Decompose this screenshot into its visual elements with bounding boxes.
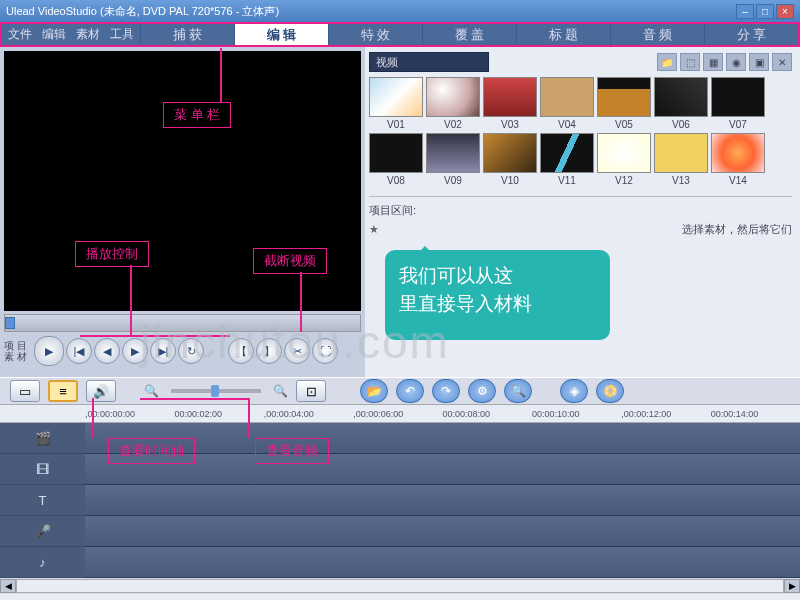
close-button[interactable]: × [776, 4, 794, 19]
app-title: Ulead VideoStudio (未命名, DVD PAL 720*576 … [6, 4, 279, 19]
time-ruler[interactable]: ,00:00:00:0000:00:02:00,00:00:04:00,00:0… [0, 405, 800, 423]
delete-icon[interactable]: ✕ [772, 53, 792, 71]
mark-in-button[interactable]: 【 [228, 338, 254, 364]
info-icon[interactable]: ▣ [749, 53, 769, 71]
options-panel: 项目区间: ★ 选择素材，然后将它们 [369, 196, 792, 241]
callout-play: 播放控制 [75, 241, 149, 267]
menu-edit[interactable]: 编辑 [42, 26, 66, 43]
maximize-button[interactable]: □ [756, 4, 774, 19]
view-icon[interactable]: ▦ [703, 53, 723, 71]
callout-timeline: 查看时间轴 [108, 438, 195, 464]
annotation-line [220, 48, 222, 102]
minimize-button[interactable]: – [736, 4, 754, 19]
step-capture[interactable]: 捕 获 [140, 24, 234, 45]
mark-out-button[interactable]: 】 [256, 338, 282, 364]
play-button[interactable]: ▶ [34, 336, 64, 366]
thumb-v13[interactable]: V13 [654, 133, 708, 186]
speech-bubble: 我们可以从这里直接导入材料 [385, 250, 610, 340]
undo-button[interactable]: ↶ [396, 379, 424, 403]
thumbnail-grid: V01 V02 V03 V04 V05 V06 V07 V08 V09 V10 … [369, 77, 792, 186]
music-track-head[interactable]: ♪ [0, 547, 85, 578]
scroll-left-icon[interactable]: ◀ [0, 579, 16, 593]
overlay-track-head[interactable]: 🎞 [0, 454, 85, 485]
title-track[interactable] [85, 485, 800, 516]
thumb-v11[interactable]: V11 [540, 133, 594, 186]
menu-file[interactable]: 文件 [8, 26, 32, 43]
annotation-line [300, 272, 302, 332]
h-scrollbar[interactable]: ◀ ▶ [0, 578, 800, 594]
fit-button[interactable]: ⊡ [296, 380, 326, 402]
prev-frame-button[interactable]: ◀ [94, 338, 120, 364]
cut-clip-button[interactable]: ✂ [284, 338, 310, 364]
menu-tool[interactable]: 工具 [110, 26, 134, 43]
storyboard-view-button[interactable]: ▭ [10, 380, 40, 402]
callout-cut: 截断视频 [253, 248, 327, 274]
thumb-v08[interactable]: V08 [369, 133, 423, 186]
thumb-v12[interactable]: V12 [597, 133, 651, 186]
library-dropdown[interactable]: 视频 [369, 52, 489, 72]
thumb-v04[interactable]: V04 [540, 77, 594, 130]
timeline-view-button[interactable]: ≡ [48, 380, 78, 402]
music-track[interactable] [85, 547, 800, 578]
thumb-v10[interactable]: V10 [483, 133, 537, 186]
thumb-v05[interactable]: V05 [597, 77, 651, 130]
project-label: 项 目素 材 [4, 340, 32, 362]
scroll-right-icon[interactable]: ▶ [784, 579, 800, 593]
thumb-v14[interactable]: V14 [711, 133, 765, 186]
smart-proxy-button[interactable]: ⚙ [468, 379, 496, 403]
thumb-v07[interactable]: V07 [711, 77, 765, 130]
step-share[interactable]: 分 享 [704, 24, 798, 45]
timeline-toolbar: ▭ ≡ 🔊 🔍 🔍 ⊡ 📂 ↶ ↷ ⚙ 🔍 ◈ 📀 [0, 377, 800, 405]
goto-start-button[interactable]: |◀ [66, 338, 92, 364]
step-edit[interactable]: 编 辑 [234, 24, 328, 45]
video-track-head[interactable]: 🎬 [0, 423, 85, 454]
expand-button[interactable]: ⛶ [312, 338, 338, 364]
audio-view-button[interactable]: 🔊 [86, 380, 116, 402]
callout-audio: 查看音频 [255, 438, 329, 464]
menu-bar: 文件 编辑 素材 工具 捕 获 编 辑 特 效 覆 盖 标 题 音 频 分 享 [0, 22, 800, 47]
thumb-v03[interactable]: V03 [483, 77, 537, 130]
voice-track[interactable] [85, 516, 800, 547]
hint-text: 选择素材，然后将它们 [682, 222, 792, 237]
step-effect[interactable]: 特 效 [328, 24, 422, 45]
manage-icon[interactable]: ◉ [726, 53, 746, 71]
zoom-out-icon[interactable]: 🔍 [144, 384, 159, 398]
repeat-button[interactable]: ↻ [178, 338, 204, 364]
callout-menubar: 菜 单 栏 [163, 102, 231, 128]
section-label: 项目区间: [369, 203, 792, 218]
zoom-slider[interactable] [171, 389, 261, 393]
voice-track-head[interactable]: 🎤 [0, 516, 85, 547]
redo-button[interactable]: ↷ [432, 379, 460, 403]
goto-end-button[interactable]: ▶| [150, 338, 176, 364]
chapter-button[interactable]: 📀 [596, 379, 624, 403]
annotation-line [140, 398, 248, 400]
marker-button[interactable]: ◈ [560, 379, 588, 403]
title-bar: Ulead VideoStudio (未命名, DVD PAL 720*576 … [0, 0, 800, 22]
thumb-v06[interactable]: V06 [654, 77, 708, 130]
annotation-line [248, 398, 250, 438]
step-overlay[interactable]: 覆 盖 [422, 24, 516, 45]
zoom-in-icon[interactable]: 🔍 [273, 384, 288, 398]
next-frame-button[interactable]: ▶ [122, 338, 148, 364]
annotation-line [130, 265, 132, 335]
sort-icon[interactable]: ⬚ [680, 53, 700, 71]
thumb-v01[interactable]: V01 [369, 77, 423, 130]
preview-pane: 项 目素 材 ▶ |◀ ◀ ▶ ▶| ↻ 【 】 ✂ ⛶ [0, 47, 365, 377]
step-audio[interactable]: 音 频 [610, 24, 704, 45]
annotation-line [92, 398, 94, 438]
thumb-v02[interactable]: V02 [426, 77, 480, 130]
thumb-v09[interactable]: V09 [426, 133, 480, 186]
open-folder-button[interactable]: 📂 [360, 379, 388, 403]
batch-convert-button[interactable]: 🔍 [504, 379, 532, 403]
annotation-line [80, 335, 230, 337]
scrub-bar[interactable] [4, 314, 361, 332]
step-title[interactable]: 标 题 [516, 24, 610, 45]
menu-clip[interactable]: 素材 [76, 26, 100, 43]
folder-icon[interactable]: 📁 [657, 53, 677, 71]
title-track-head[interactable]: T [0, 485, 85, 516]
